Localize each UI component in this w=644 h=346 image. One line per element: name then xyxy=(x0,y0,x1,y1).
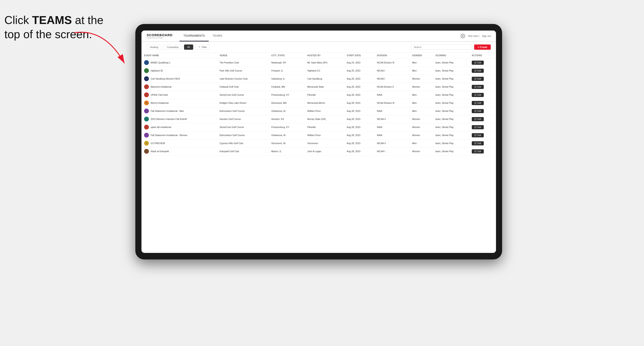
edit-icon xyxy=(474,142,476,144)
cell-gender: Men xyxy=(410,67,433,75)
event-name-text: Fall Statesmen Invitational - Women xyxy=(151,134,187,137)
edit-button[interactable]: Edit xyxy=(472,109,484,113)
cell-division: NICAA II xyxy=(374,139,410,147)
cell-event-name: V VU PREVIEW xyxy=(142,139,217,147)
cell-start-date: Aug 28, 2023 xyxy=(344,131,374,139)
cell-venue: Faribault Golf Club xyxy=(217,83,269,91)
edit-icon xyxy=(474,102,476,104)
cell-gender: Women xyxy=(410,123,433,131)
cell-scoring: team, Stroke Play xyxy=(433,139,469,147)
edit-button[interactable]: Edit xyxy=(472,149,484,154)
edit-button[interactable]: Edit xyxy=(472,101,484,105)
edit-icon xyxy=(474,110,476,112)
filter-icon xyxy=(198,46,200,48)
cell-gender: Men xyxy=(410,107,433,115)
cell-hosted-by: Carl Sandburg xyxy=(305,75,344,83)
instruction-bold: TEAMS xyxy=(32,14,72,26)
cell-gender: Men xyxy=(410,59,433,67)
cell-city-state: Galesburg, IL xyxy=(269,75,305,83)
edit-icon xyxy=(474,78,476,80)
create-button[interactable]: + Create xyxy=(474,44,491,50)
cell-hosted-by: Vincennes xyxy=(305,139,344,147)
team-logo: M xyxy=(144,101,149,105)
edit-button[interactable]: Edit xyxy=(472,141,484,146)
event-name-text: 2023 Women's Hesston Fall Kickoff xyxy=(151,118,187,120)
tournaments-table-container: EVENT NAME VENUE CITY, STATE HOSTED BY S… xyxy=(142,52,496,253)
cell-venue: Edmundson Golf Course xyxy=(217,131,269,139)
search-input[interactable] xyxy=(411,44,472,50)
cell-division: NAIA xyxy=(374,91,410,99)
edit-icon xyxy=(474,118,476,120)
cell-start-date: Aug 28, 2023 xyxy=(344,115,374,123)
cell-hosted-by: Mt. Saint Mary (NY) xyxy=(305,59,344,67)
col-event-name: EVENT NAME xyxy=(142,52,217,59)
cell-city-state: Hesston, KS xyxy=(269,115,305,123)
cell-event-name: W Fall Statesmen Invitational - Men xyxy=(142,107,217,115)
cell-venue: Park Hills Golf Course xyxy=(217,67,269,75)
edit-button[interactable]: Edit xyxy=(472,61,484,65)
cell-scoring: team, Stroke Play xyxy=(433,83,469,91)
cell-event-name: M Maverick Invitational xyxy=(142,83,217,91)
cell-actions: Edit xyxy=(469,123,496,131)
cell-start-date: Aug 28, 2023 xyxy=(344,99,374,107)
cell-start-date: Aug 28, 2023 xyxy=(344,107,374,115)
edit-button[interactable]: Edit xyxy=(472,85,484,89)
cell-city-state: Oskaloosa, IA xyxy=(269,131,305,139)
col-scoring: SCORING xyxy=(433,52,469,59)
tab-teams[interactable]: TEAMS xyxy=(209,30,226,41)
event-name-text: Maverick Invitational xyxy=(151,85,171,88)
competing-filter-button[interactable]: Competing xyxy=(164,44,182,50)
cell-actions: Edit xyxy=(469,147,496,156)
cell-actions: Edit xyxy=(469,99,496,107)
edit-button[interactable]: Edit xyxy=(472,77,484,81)
team-logo: M xyxy=(144,60,149,65)
cell-event-name: K Klash at Kokopelli xyxy=(142,147,217,156)
tab-tournaments[interactable]: TOURNAMENTS xyxy=(180,30,209,41)
edit-button[interactable]: Edit xyxy=(472,133,484,137)
cell-city-state: Oskaloosa, IA xyxy=(269,107,305,115)
cell-gender: Women xyxy=(410,75,433,83)
event-name-text: MSMC Qualifying 1 xyxy=(151,61,170,64)
cell-event-name: U upike fall invitational xyxy=(142,123,217,131)
all-filter-button[interactable]: All xyxy=(184,44,193,50)
cell-actions: Edit xyxy=(469,131,496,139)
cell-start-date: Aug 28, 2023 xyxy=(344,139,374,147)
cell-start-date: Aug 28, 2023 xyxy=(344,83,374,91)
edit-button[interactable]: Edit xyxy=(472,117,484,121)
cell-start-date: Aug 28, 2023 xyxy=(344,91,374,99)
table-row: H Highland 36 Park Hills Golf Course Fre… xyxy=(142,67,496,75)
cell-venue: StoneCrest Golf Course xyxy=(217,91,269,99)
cell-gender: Men xyxy=(410,139,433,147)
cell-venue: Hesston Golf Course xyxy=(217,115,269,123)
edit-icon xyxy=(474,150,476,152)
event-name-text: Fall Statesmen Invitational - Men xyxy=(151,110,184,112)
edit-button[interactable]: Edit xyxy=(472,125,484,129)
filter-bar: Hosting Competing All Filter + Create xyxy=(142,42,496,52)
cell-venue: Ruttger's Bay Lake Resort xyxy=(217,99,269,107)
cell-start-date: Aug 28, 2023 xyxy=(344,123,374,131)
cell-division: NAIA xyxy=(374,107,410,115)
settings-icon[interactable] xyxy=(460,33,465,38)
signout-button[interactable]: Sign out xyxy=(482,35,491,37)
cell-venue: Kokopelli Golf Club xyxy=(217,147,269,156)
team-logo: U xyxy=(144,125,149,130)
cell-hosted-by: Minnesota-Morris xyxy=(305,99,344,107)
edit-icon xyxy=(474,61,476,64)
table-row: U upike fall invitational StoneCrest Gol… xyxy=(142,123,496,131)
cell-event-name: M MSMC Qualifying 1 xyxy=(142,59,217,67)
cell-division: NAIA xyxy=(374,131,410,139)
cell-scoring: team, Stroke Play xyxy=(433,91,469,99)
filter-button[interactable]: Filter xyxy=(196,44,210,50)
cell-scoring: team, Stroke Play xyxy=(433,107,469,115)
cell-hosted-by: Murray State (OK) xyxy=(305,115,344,123)
event-name-text: Morris Invitational xyxy=(151,102,168,104)
hosting-filter-button[interactable]: Hosting xyxy=(147,44,161,50)
edit-button[interactable]: Edit xyxy=(472,69,484,73)
col-venue: VENUE xyxy=(217,52,269,59)
cell-venue: Cypress Hills Golf Club xyxy=(217,139,269,147)
cell-division: NAIA xyxy=(374,123,410,131)
cell-actions: Edit xyxy=(469,107,496,115)
team-logo: CS xyxy=(144,76,149,81)
table-row: M Morris Invitational Ruttger's Bay Lake… xyxy=(142,99,496,107)
edit-button[interactable]: Edit xyxy=(472,93,484,97)
